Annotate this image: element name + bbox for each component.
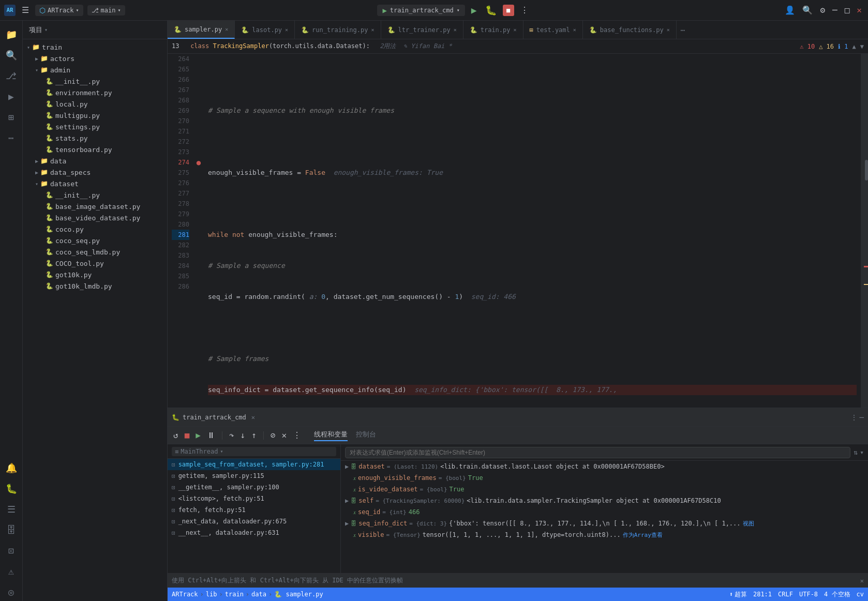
mute-breakpoints-icon[interactable]: ⊘ xyxy=(269,429,277,442)
clear-breakpoints-icon[interactable]: ✕ xyxy=(280,429,288,442)
vars-watch-input[interactable] xyxy=(345,447,850,458)
var-item-dataset[interactable]: ▶ 🗄 dataset = (Lasot: 1120) <lib.train.d… xyxy=(341,461,868,472)
step-out-icon[interactable]: ↑ xyxy=(250,429,258,442)
frame-item-2[interactable]: ⊡ getitem, sampler.py:115 xyxy=(168,470,340,482)
activity-terminal[interactable]: ⊡ xyxy=(2,541,21,560)
frame-item-7[interactable]: ⊡ __next__, dataloader.py:631 xyxy=(168,527,340,538)
sidebar-item-got10k-lmdb[interactable]: 🐍 got10k_lmdb.py xyxy=(23,280,167,292)
thread-selector[interactable]: ≡ MainThread ▾ xyxy=(172,447,336,456)
tab-close-icon[interactable]: ✕ xyxy=(573,27,576,33)
activity-plugins[interactable]: ⊞ xyxy=(2,108,21,126)
var-view-link[interactable]: 视图 xyxy=(743,520,754,528)
sidebar-item-coco-seq-lmdb[interactable]: 🐍 coco_seq_lmdb.py xyxy=(23,246,167,258)
code-content[interactable]: # Sample a sequence with enough visible … xyxy=(204,54,861,408)
sidebar-item-multigpu[interactable]: 🐍 multigpu.py xyxy=(23,110,167,121)
debug-panel-menu[interactable]: ⋮ xyxy=(850,413,858,422)
step-into-icon[interactable]: ↓ xyxy=(239,429,247,442)
close-button[interactable]: ✕ xyxy=(855,3,864,17)
sidebar-item-dataset[interactable]: ▾ 📁 dataset xyxy=(23,178,167,189)
debug-close-icon[interactable]: ✕ xyxy=(251,414,255,421)
sidebar-item-local[interactable]: 🐍 local.py xyxy=(23,98,167,110)
tab-close-icon[interactable]: ✕ xyxy=(285,27,288,33)
profile-icon[interactable]: 👤 xyxy=(783,3,797,17)
var-item-enough-frames[interactable]: 𝑥 enough_visible_frames = {bool} True xyxy=(341,472,868,484)
tab-lasot[interactable]: 🐍 lasot.py ✕ xyxy=(235,21,295,39)
activity-run[interactable]: ▶ xyxy=(2,87,21,106)
search-icon[interactable]: 🔍 xyxy=(800,3,815,17)
tab-train[interactable]: 🐍 train.py ✕ xyxy=(463,21,523,39)
status-lang[interactable]: cv xyxy=(857,591,864,598)
sidebar-item-coco-seq[interactable]: 🐍 coco_seq.py xyxy=(23,235,167,246)
var-item-visible[interactable]: 𝑥 visible = {Tensor} tensor([1, 1, 1, ..… xyxy=(341,529,868,540)
sidebar-item-environment[interactable]: 🐍 environment.py xyxy=(23,87,167,98)
breadcrumb-item[interactable]: 🐍 sampler.py xyxy=(274,591,323,598)
minimize-button[interactable]: ─ xyxy=(830,3,840,17)
var-item-self[interactable]: ▶ 🗄 self = {TrackingSampler: 60000} <lib… xyxy=(341,495,868,506)
expand-icon[interactable]: ▶ xyxy=(345,497,349,504)
sidebar-item-admin[interactable]: ▾ 📁 admin xyxy=(23,64,167,76)
activity-more[interactable]: ⋯ xyxy=(2,128,21,147)
stop-debug-icon[interactable]: ■ xyxy=(183,429,191,442)
sidebar-item-settings[interactable]: 🐍 settings.py xyxy=(23,121,167,132)
breadcrumb-item[interactable]: data xyxy=(251,591,266,598)
sidebar-item-dataset-init[interactable]: 🐍 __init__.py xyxy=(23,189,167,201)
vars-dropdown-icon[interactable]: ▾ xyxy=(860,448,864,456)
breadcrumb-item[interactable]: train xyxy=(225,591,244,598)
tab-overflow-button[interactable]: ⋯ xyxy=(677,21,689,39)
activity-project[interactable]: 📁 xyxy=(2,25,21,43)
frame-item-6[interactable]: ⊡ _next_data, dataloader.py:675 xyxy=(168,516,340,527)
status-branch[interactable]: ⬆ 超算 xyxy=(729,590,747,599)
tab-close-icon[interactable]: ✕ xyxy=(454,27,457,33)
activity-db[interactable]: 🗄 xyxy=(2,520,21,539)
debug-button[interactable]: 🐛 xyxy=(483,3,499,18)
tab-test-yaml[interactable]: ⊞ test.yaml ✕ xyxy=(523,21,583,39)
status-encoding[interactable]: UTF-8 xyxy=(799,591,818,598)
project-selector[interactable]: ⬡ ARTrack ▾ xyxy=(35,5,83,16)
pause-icon[interactable]: ⏸ xyxy=(205,429,217,442)
debug-tab-console[interactable]: 控制台 xyxy=(356,430,376,441)
frame-item-4[interactable]: ⊡ <listcomp>, fetch.py:51 xyxy=(168,493,340,504)
tab-ltr-trainer[interactable]: 🐍 ltr_trainer.py ✕ xyxy=(381,21,463,39)
var-item-seq-id[interactable]: 𝑥 seq_id = {int} 466 xyxy=(341,506,868,518)
maximize-button[interactable]: □ xyxy=(843,3,852,17)
status-line-col[interactable]: 281:1 xyxy=(753,591,772,598)
status-indent[interactable]: 4 个空格 xyxy=(824,590,850,599)
sidebar-item-tensorboard[interactable]: 🐍 tensorboard.py xyxy=(23,144,167,155)
more-actions[interactable]: ⋮ xyxy=(518,3,531,17)
var-item-seq-info-dict[interactable]: ▶ 🗄 seq_info_dict = {dict: 3} {'bbox': t… xyxy=(341,518,868,529)
tab-close-icon[interactable]: ✕ xyxy=(667,27,670,33)
sidebar-item-COCO-tool[interactable]: 🐍 COCO_tool.py xyxy=(23,258,167,269)
hamburger-menu[interactable]: ☰ xyxy=(20,3,31,17)
tab-base-functions[interactable]: 🐍 base_functions.py ✕ xyxy=(583,21,677,39)
sidebar-item-actors[interactable]: ▶ 📁 actors xyxy=(23,53,167,64)
vcs-branch[interactable]: ⎇ main ▾ xyxy=(87,5,125,16)
sidebar-item-base-image-dataset[interactable]: 🐍 base_image_dataset.py xyxy=(23,201,167,212)
sidebar-dropdown-icon[interactable]: ▾ xyxy=(44,27,48,33)
nav-up[interactable]: ▲ xyxy=(852,43,856,50)
activity-debug[interactable]: 🐛 xyxy=(2,479,21,498)
tab-sampler[interactable]: 🐍 sampler.py ✕ xyxy=(168,21,235,39)
activity-notifications[interactable]: 🔔 xyxy=(2,458,21,477)
run-config-selector[interactable]: ▶ train_artrack_cmd ▾ xyxy=(377,5,465,16)
warning-close[interactable]: ✕ xyxy=(860,577,864,584)
resume-icon[interactable]: ▶ xyxy=(194,429,202,442)
breadcrumb-item[interactable]: ARTrack xyxy=(172,591,198,598)
sidebar-item-coco[interactable]: 🐍 coco.py xyxy=(23,223,167,235)
activity-search[interactable]: 🔍 xyxy=(2,46,21,64)
sidebar-item-data-specs[interactable]: ▶ 📁 data_specs xyxy=(23,167,167,178)
sidebar-root-train[interactable]: ▾ 📁 train xyxy=(23,41,167,53)
expand-icon[interactable]: ▶ xyxy=(345,520,349,527)
tab-close-icon[interactable]: ✕ xyxy=(371,27,374,33)
expand-icon[interactable]: ▶ xyxy=(345,463,349,470)
frame-item-1[interactable]: ⊡ sample_seq_from_dataset, sampler.py:28… xyxy=(168,459,340,470)
breadcrumb-item[interactable]: lib xyxy=(206,591,217,598)
frame-item-5[interactable]: ⊡ fetch, fetch.py:51 xyxy=(168,504,340,516)
debug-panel-minimize[interactable]: ─ xyxy=(860,413,864,422)
run-button[interactable]: ▶ xyxy=(469,3,479,18)
tab-run-training[interactable]: 🐍 run_training.py ✕ xyxy=(295,21,381,39)
editor-container[interactable]: 264 265 266 267 268 269 270 271 272 273 … xyxy=(168,54,868,408)
activity-git[interactable]: ◎ xyxy=(2,582,21,601)
status-line-ending[interactable]: CRLF xyxy=(778,591,793,598)
nav-down[interactable]: ▼ xyxy=(860,43,864,50)
settings-icon[interactable]: ⚙ xyxy=(818,3,827,17)
